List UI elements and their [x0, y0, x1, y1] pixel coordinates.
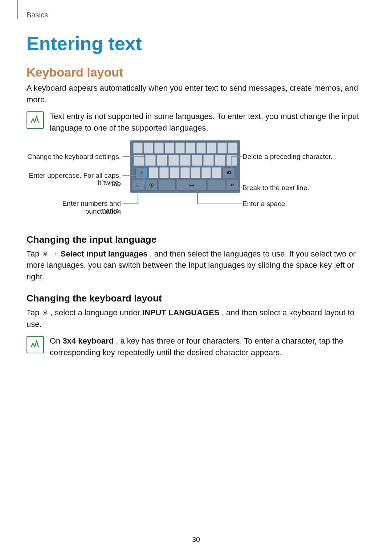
- gear-icon: [42, 308, 48, 314]
- gear-icon: [42, 249, 48, 255]
- keyboard-illustration: 123Sym: [130, 140, 240, 193]
- heading-change-input-language: Changing the input language: [26, 234, 366, 245]
- label-numbers-line2: marks.: [26, 207, 121, 215]
- svg-text:Sym: Sym: [136, 185, 140, 187]
- label-break: Break to the next line.: [242, 184, 359, 192]
- backspace-key: [222, 167, 235, 178]
- text-fragment: →: [50, 249, 61, 258]
- svg-point-4: [44, 312, 46, 314]
- label-settings: Change the keyboard settings.: [26, 153, 121, 161]
- page-number: 30: [0, 535, 392, 544]
- heading-change-keyboard-layout: Changing the keyboard layout: [26, 293, 366, 304]
- text-fragment: Tap: [26, 249, 42, 258]
- paragraph-change-input-language: Tap → Select input languages , and then …: [26, 248, 366, 283]
- settings-key: [145, 180, 157, 190]
- note-icon: [26, 111, 44, 129]
- svg-point-3: [44, 253, 46, 255]
- section-heading-keyboard-layout: Keyboard layout: [26, 65, 366, 79]
- enter-key: [226, 180, 238, 190]
- symbols-key: 123Sym: [132, 180, 144, 190]
- paragraph-change-keyboard-layout: Tap , select a language under INPUT LANG…: [26, 307, 366, 330]
- note-3x4: On 3x4 keyboard , a key has three or fou…: [26, 335, 366, 358]
- header-rule: [17, 0, 18, 19]
- space-key: [177, 180, 207, 190]
- bold-select-input-languages: Select input languages: [61, 249, 148, 258]
- keyboard-figure: 123Sym Change the keyboard settings. Ent…: [26, 140, 366, 224]
- note-3x4-text: On 3x4 keyboard , a key has three or fou…: [50, 335, 366, 358]
- svg-point-2: [151, 184, 152, 186]
- content-area: Entering text Keyboard layout A keyboard…: [26, 33, 366, 365]
- note-icon: [26, 336, 44, 353]
- bold-input-languages: INPUT LANGUAGES: [142, 308, 220, 317]
- page-title: Entering text: [26, 33, 366, 54]
- breadcrumb: Basics: [26, 11, 48, 19]
- note-languages: Text entry is not supported in some lang…: [26, 111, 366, 134]
- text-fragment: On: [50, 336, 62, 345]
- text-fragment: , select a language under: [50, 308, 142, 317]
- kbd-layout-intro: A keyboard appears automatically when yo…: [26, 82, 366, 106]
- label-delete: Delete a preceding character.: [242, 153, 359, 161]
- text-fragment: Tap: [26, 308, 42, 317]
- bold-3x4-keyboard: 3x4 keyboard: [62, 336, 114, 345]
- note-text: Text entry is not supported in some lang…: [50, 111, 366, 134]
- label-uppercase-line2: it twice.: [26, 179, 121, 187]
- shift-key: [135, 167, 148, 178]
- label-space: Enter a space.: [242, 200, 359, 208]
